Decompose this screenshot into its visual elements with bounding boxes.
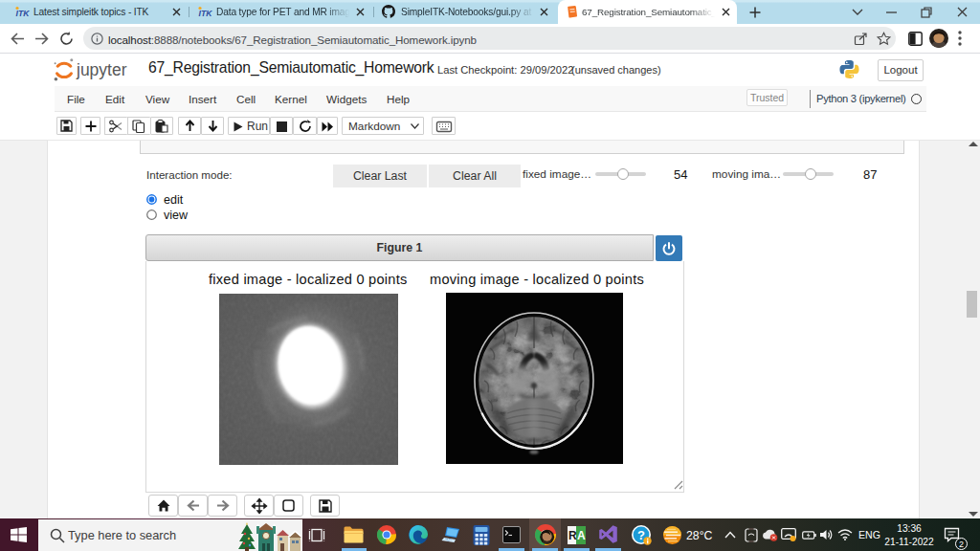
svg-text:ITK: ITK	[199, 9, 213, 18]
svg-text:A: A	[577, 529, 586, 542]
svg-text:R: R	[568, 529, 577, 542]
svg-text:ITK: ITK	[16, 9, 31, 18]
svg-text:jupyter: jupyter	[76, 60, 127, 79]
